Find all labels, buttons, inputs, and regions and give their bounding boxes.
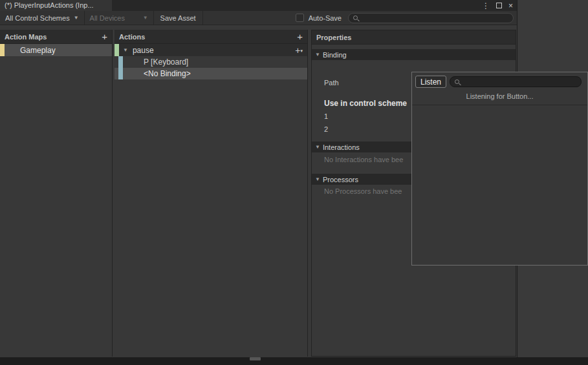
unity-input-actions-editor: (*) PlayerInputActions (Inp... ⋮ × All C… (0, 0, 588, 365)
save-asset-button[interactable]: Save Asset (154, 11, 202, 25)
window-title: (*) PlayerInputActions (Inp... (5, 1, 94, 9)
properties-title: Properties (316, 34, 351, 41)
action-color-bar (114, 44, 119, 56)
interactions-empty-text: No Interactions have bee (324, 156, 403, 163)
actions-panel: Actions + ▼ pause +▾ P [Keyboard] <No Bi… (114, 30, 308, 357)
binding-row-keyboard[interactable]: P [Keyboard] (114, 56, 307, 68)
foldout-icon: ▼ (315, 144, 320, 150)
use-in-control-scheme-label: Use in control scheme (324, 99, 407, 108)
window-controls: ⋮ × (482, 0, 513, 11)
bottom-scrollbar[interactable] (0, 357, 588, 365)
binding-section-header[interactable]: ▼ Binding (312, 49, 516, 60)
actions-title: Actions (119, 33, 145, 41)
action-map-label: Gameplay (20, 46, 56, 55)
foldout-icon: ▼ (315, 52, 320, 57)
toolbar-separator (202, 11, 203, 25)
action-maps-title: Action Maps (5, 33, 47, 41)
binding-row-no-binding[interactable]: <No Binding> (114, 68, 307, 79)
auto-save-checkbox[interactable] (296, 14, 304, 22)
binding-color-bar (118, 56, 123, 68)
control-scheme-item-2[interactable]: 2 (324, 125, 328, 133)
control-schemes-dropdown[interactable]: All Control Schemes ▼ (0, 11, 84, 25)
control-schemes-label: All Control Schemes (5, 14, 70, 22)
add-binding-button[interactable]: +▾ (295, 45, 303, 56)
window-tab[interactable]: (*) PlayerInputActions (Inp... (0, 0, 112, 11)
chevron-down-icon: ▾ (300, 48, 303, 53)
devices-label: All Devices (90, 14, 125, 22)
properties-header: Properties (312, 30, 516, 45)
interactions-section-label: Interactions (323, 143, 360, 151)
devices-dropdown[interactable]: All Devices ▼ (85, 11, 153, 25)
listen-button[interactable]: Listen (415, 76, 446, 88)
control-picker-popup: Listen Listening for Button... (411, 72, 588, 266)
actions-header: Actions + (114, 30, 307, 44)
maximize-icon[interactable] (496, 3, 502, 8)
popup-divider (412, 105, 587, 105)
toolbar-search-input[interactable] (348, 13, 514, 23)
listening-status-text: Listening for Button... (412, 92, 587, 100)
foldout-icon: ▼ (315, 176, 320, 182)
close-icon[interactable]: × (508, 2, 513, 10)
control-scheme-item-1[interactable]: 1 (324, 112, 328, 120)
processors-empty-text: No Processors have bee (324, 187, 402, 195)
action-label: pause (133, 46, 154, 55)
scrollbar-thumb[interactable] (250, 357, 261, 360)
titlebar: (*) PlayerInputActions (Inp... ⋮ × (0, 0, 517, 11)
action-row-pause[interactable]: ▼ pause +▾ (114, 44, 307, 56)
action-map-row-gameplay[interactable]: Gameplay (0, 44, 112, 56)
popup-search-input[interactable] (450, 76, 582, 87)
kebab-menu-icon[interactable]: ⋮ (482, 2, 490, 10)
processors-section-label: Processors (323, 176, 358, 183)
chevron-down-icon: ▼ (143, 15, 148, 21)
action-maps-panel: Action Maps + Gameplay (0, 30, 113, 357)
binding-label: <No Binding> (144, 69, 191, 78)
chevron-down-icon: ▼ (74, 15, 79, 21)
foldout-icon[interactable]: ▼ (123, 47, 128, 53)
add-action-button[interactable]: + (297, 32, 303, 41)
binding-color-bar (118, 68, 123, 79)
auto-save-label: Auto-Save (309, 14, 342, 22)
action-maps-header: Action Maps + (0, 30, 112, 44)
toolbar: All Control Schemes ▼ All Devices ▼ Save… (0, 11, 517, 25)
path-label: Path (324, 79, 339, 87)
add-action-map-button[interactable]: + (102, 32, 107, 41)
search-icon (353, 16, 358, 20)
binding-section-label: Binding (323, 51, 347, 59)
search-icon (455, 79, 459, 84)
action-map-color-bar (0, 44, 5, 56)
binding-label: P [Keyboard] (144, 57, 188, 67)
